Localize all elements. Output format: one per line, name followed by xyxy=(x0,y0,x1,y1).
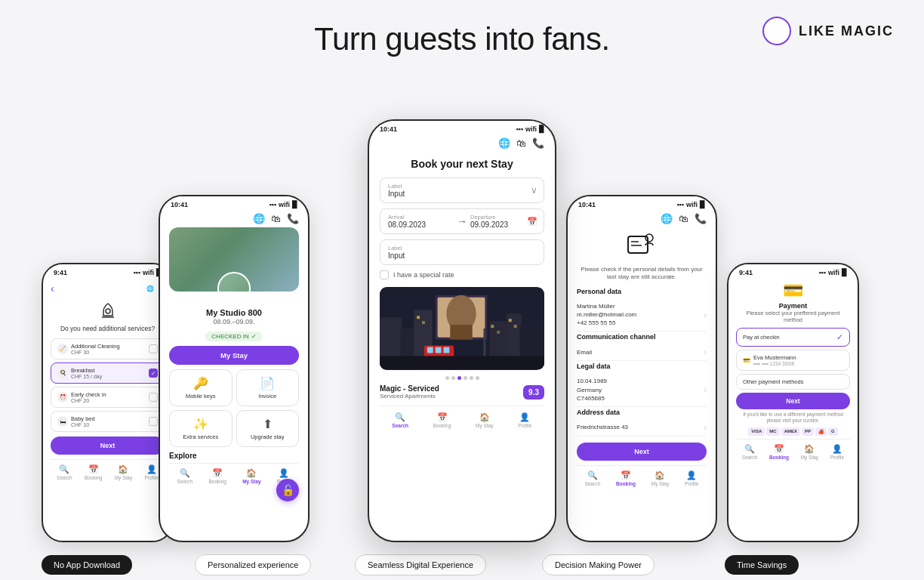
search-icon-5: 🔍 xyxy=(744,444,755,454)
nav-search-1[interactable]: 🔍 Search xyxy=(57,464,72,480)
wifi-4: wifi xyxy=(686,201,698,208)
checkin-checkbox[interactable] xyxy=(149,393,158,402)
profile-icon-2: 👤 xyxy=(279,468,289,478)
time-5: 9:41 xyxy=(739,269,753,276)
bottom-nav-5: 🔍 Search 📅 Booking 🏠 My Stay 👤 Profile xyxy=(736,439,850,461)
mobile-keys-card[interactable]: 🔑 Mobile keys xyxy=(169,369,233,406)
next-button-4[interactable]: Next xyxy=(577,443,707,461)
payment-sub: Please select your preffered payment met… xyxy=(736,310,850,323)
personal-name-row[interactable]: Martina Müller m.miller@hotmail.com +42 … xyxy=(577,298,707,332)
hotel-bottom: Magic - Serviced Serviced Apartments 9.3 xyxy=(380,384,544,400)
svg-rect-17 xyxy=(443,347,449,353)
cart-icon-3[interactable]: 🛍 xyxy=(516,137,526,149)
decision-badge: Decision Making Power xyxy=(542,554,654,575)
hotel-name-2: My Studio 800 xyxy=(169,308,299,317)
dropdown-arrow-1: ∨ xyxy=(531,185,537,196)
nav-booking-1[interactable]: 📅 Booking xyxy=(85,464,103,480)
nav-mystay-2[interactable]: 🏠 My Stay xyxy=(242,468,261,484)
photo-dots xyxy=(380,376,544,380)
globe-icon-4[interactable]: 🌐 xyxy=(661,213,673,224)
search-icon-4: 🔍 xyxy=(587,470,598,480)
no-app-badge: No App Download xyxy=(42,555,132,575)
battery-5: ▉ xyxy=(842,269,847,276)
pay-at-checkin[interactable]: Pay at checkin ✓ xyxy=(736,328,850,347)
globe-icon-1[interactable]: 🌐 xyxy=(146,285,154,292)
phone4-header-icons: 🌐 🛍 📞 xyxy=(577,210,707,227)
cart-icon-4[interactable]: 🛍 xyxy=(679,213,688,224)
profile-icon-3: 👤 xyxy=(519,412,530,422)
phone-icon-2[interactable]: 📞 xyxy=(287,213,299,224)
my-stay-button[interactable]: My Stay xyxy=(169,346,299,365)
search-icon-2: 🔍 xyxy=(180,468,190,478)
apple-logo: 🍎 xyxy=(815,427,827,436)
address-row[interactable]: Friedrichstrasse 43 › xyxy=(577,419,707,437)
seamless-badge: Seamless Digital Experience xyxy=(355,554,486,575)
next-button-5[interactable]: Next xyxy=(736,393,850,409)
nav-profile-5[interactable]: 👤 Profile xyxy=(830,444,844,460)
nav-profile-1[interactable]: 👤 Profile xyxy=(144,464,158,480)
cleaning-checkbox[interactable] xyxy=(149,344,158,353)
label-input-1[interactable]: Label Input ∨ xyxy=(380,177,544,203)
time-2: 10:41 xyxy=(171,201,188,208)
service-checkin[interactable]: ⏰ Early check in CHF 20 xyxy=(51,387,165,408)
explore-label: Explore xyxy=(169,452,299,460)
label-seamless: Seamless Digital Experience xyxy=(355,557,486,571)
special-rate-checkbox[interactable] xyxy=(380,270,389,279)
label-input-2[interactable]: Label Input xyxy=(380,239,544,265)
nav-mystay-3[interactable]: 🏠 My Stay xyxy=(476,412,493,428)
wifi-5: wifi xyxy=(828,269,839,276)
nav-booking-3[interactable]: 📅 Booking xyxy=(433,412,451,428)
comm-row[interactable]: Email › xyxy=(577,344,707,361)
back-arrow-1[interactable]: ‹ xyxy=(51,282,54,295)
nav-mystay-1[interactable]: 🏠 My Stay xyxy=(115,464,132,480)
phone5-main: 💳 Payment Please select your preffered p… xyxy=(728,281,858,461)
svg-rect-15 xyxy=(427,347,433,353)
status-right-5: ▪▪▪ wifi ▉ xyxy=(818,269,847,276)
nav-booking-5[interactable]: 📅 Booking xyxy=(769,444,789,460)
hotel-name-3: Magic - Serviced xyxy=(380,384,439,393)
nav-search-4[interactable]: 🔍 Search xyxy=(584,470,600,486)
personal-data-title: Personal data xyxy=(577,288,707,295)
service-breakfast[interactable]: 🍳 Breakfast CHF 15 / day ✓ xyxy=(51,362,165,384)
breakfast-checkbox[interactable]: ✓ xyxy=(149,369,158,378)
service-cleaning[interactable]: 🧹 Additional Cleaning CHF 30 xyxy=(51,338,165,359)
hotel-dates: 08.09.–09.09. xyxy=(169,318,299,325)
globe-icon-3[interactable]: 🌐 xyxy=(498,137,510,149)
extra-services-card[interactable]: ✨ Extra services xyxy=(169,410,233,447)
globe-icon-2[interactable]: 🌐 xyxy=(253,213,265,224)
phone-icon-3[interactable]: 📞 xyxy=(532,137,544,149)
babybed-checkbox[interactable] xyxy=(149,417,158,426)
signal-5: ▪▪▪ xyxy=(818,269,826,276)
label-time: Time Savings xyxy=(725,557,799,571)
saved-card[interactable]: 💳 Eva Mustermann •••• •••• 1234 30/06 xyxy=(736,350,850,371)
cart-icon-2[interactable]: 🛍 xyxy=(271,213,281,224)
invoice-card[interactable]: 📄 Invoice xyxy=(236,369,300,406)
phone4-main: 🌐 🛍 📞 Please check if the personal detai… xyxy=(568,210,716,489)
nav-mystay-5[interactable]: 🏠 My Stay xyxy=(801,444,818,460)
nav-search-5[interactable]: 🔍 Search xyxy=(742,444,758,460)
upgrade-card[interactable]: ⬆ Upgrade stay xyxy=(236,410,300,447)
special-rate[interactable]: I have a special rate xyxy=(380,270,544,279)
nav-search-2[interactable]: 🔍 Search xyxy=(177,468,193,484)
calendar-icon[interactable]: 📅 xyxy=(527,217,537,227)
phone2-main: 🌐 🛍 📞 My Studio 800 08.09.–09.09. CHECKE… xyxy=(160,210,308,487)
visa-logo: VISA xyxy=(748,427,765,436)
svg-rect-19 xyxy=(417,316,420,319)
logo: LIKE MAGIC xyxy=(762,17,894,45)
nav-profile-3[interactable]: 👤 Profile xyxy=(518,412,531,428)
personalized-badge: Personalized experience xyxy=(195,554,311,575)
nav-mystay-4[interactable]: 🏠 My Stay xyxy=(651,470,669,486)
other-payment[interactable]: Other payment methods xyxy=(736,374,850,390)
service-babybed[interactable]: 🛏 Baby bed CHF 10 xyxy=(51,411,165,432)
label-no-app: No App Download xyxy=(42,557,132,571)
bottom-nav-3: 🔍 Search 📅 Booking 🏠 My Stay 👤 Profile xyxy=(380,406,544,431)
legal-row[interactable]: 10.04.1989 Germany C7465685 › xyxy=(577,373,707,407)
next-button-1[interactable]: Next xyxy=(51,437,165,455)
nav-booking-2[interactable]: 📅 Booking xyxy=(208,468,226,484)
nav-search-3[interactable]: 🔍 Search xyxy=(392,412,408,428)
fab-button[interactable]: 🔓 xyxy=(276,479,299,501)
nav-profile-4[interactable]: 👤 Profile xyxy=(685,470,698,486)
phone-icon-4[interactable]: 📞 xyxy=(695,213,707,224)
nav-booking-4[interactable]: 📅 Booking xyxy=(616,470,636,486)
label-decision: Decision Making Power xyxy=(542,557,654,571)
